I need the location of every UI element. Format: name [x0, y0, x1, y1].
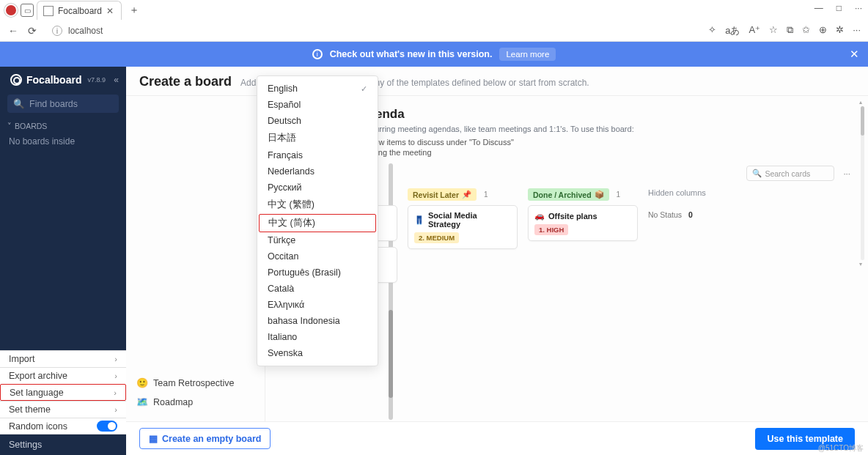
favorite-icon[interactable]: ☆: [769, 24, 778, 37]
boards-section-label: BOARDS: [15, 122, 47, 130]
main: Create a board Add a board to the sideba…: [126, 67, 868, 455]
site-info-icon[interactable]: i: [52, 26, 62, 36]
language-option[interactable]: Русский: [257, 180, 378, 196]
language-option-highlighted[interactable]: 中文 (简体): [259, 214, 376, 232]
banner-close-icon[interactable]: ✕: [850, 48, 859, 61]
chevron-right-icon: ›: [114, 371, 117, 380]
template-list[interactable]: 🙂 Team Retrospective 🗺️ Roadmap: [126, 96, 265, 421]
preview-instructions: Participants queue new items to discuss …: [301, 138, 855, 157]
language-option[interactable]: Español: [257, 97, 378, 113]
shopping-icon[interactable]: ✧: [708, 24, 716, 37]
language-option[interactable]: Nederlands: [257, 163, 378, 180]
app-body: Focalboard v7.8.9 « 🔍 Find boards ˅ BOAR…: [0, 67, 868, 455]
translate-icon[interactable]: aあ: [725, 24, 740, 37]
priority-badge: 2. MEDIUM: [414, 232, 459, 243]
priority-badge: 1. HIGH: [534, 224, 568, 235]
find-boards-input[interactable]: 🔍 Find boards: [7, 95, 119, 113]
preview-scrollbar[interactable]: ▴ ▾: [860, 106, 865, 260]
hidden-columns: Hidden columns No Status 0: [648, 188, 721, 219]
view-options-icon[interactable]: ···: [839, 169, 855, 178]
text-size-icon[interactable]: A⁺: [749, 24, 760, 37]
browser-toolbar: ← ⟳ i ✧ aあ A⁺ ☆ ⧉ ✩ ⊕ ✲ ···: [0, 21, 868, 41]
collections-icon[interactable]: ⊕: [819, 24, 827, 37]
scroll-down-icon[interactable]: ▾: [859, 261, 862, 267]
scroll-thumb[interactable]: [861, 106, 864, 136]
language-option[interactable]: Deutsch: [257, 113, 378, 129]
language-option[interactable]: Ελληνικά: [257, 297, 378, 313]
watermark: @51CTO博客: [818, 443, 864, 454]
template-team-retrospective[interactable]: 🙂 Team Retrospective: [133, 374, 257, 391]
language-option[interactable]: Svenska: [257, 345, 378, 361]
column-header[interactable]: Revisit Later 📌 1: [408, 188, 518, 201]
card-title: Social Media Strategy: [428, 211, 511, 229]
settings-language-label: Set language: [10, 388, 64, 398]
create-board-header: Create a board Add a board to the sideba…: [126, 67, 868, 96]
learn-more-button[interactable]: Learn more: [499, 48, 556, 61]
browser-tab[interactable]: Focalboard ✕: [37, 1, 122, 20]
workspaces-icon[interactable]: ▭: [21, 4, 34, 17]
address-bar[interactable]: i: [45, 23, 701, 39]
focalboard-logo-icon: [10, 74, 22, 86]
no-status-count: 0: [688, 210, 693, 219]
language-option[interactable]: 日本語: [257, 129, 378, 147]
settings-footer[interactable]: Settings: [0, 434, 126, 455]
template-label: Team Retrospective: [153, 378, 234, 388]
language-option[interactable]: Italiano: [257, 329, 378, 345]
settings-export-archive[interactable]: Export archive ›: [0, 367, 126, 384]
template-roadmap[interactable]: 🗺️ Roadmap: [133, 393, 257, 410]
language-option[interactable]: Português (Brasil): [257, 265, 378, 281]
random-icons-toggle[interactable]: [97, 421, 117, 432]
tab-favicon-icon: [43, 6, 54, 16]
browser-tabbar: ▭ Focalboard ✕ ＋: [0, 0, 868, 21]
preview-bullet: Go through items during the meeting: [301, 148, 855, 157]
plus-board-icon: ▦: [149, 433, 158, 444]
boards-section-header[interactable]: ˅ BOARDS: [0, 117, 126, 133]
no-status-row[interactable]: No Status 0: [648, 210, 721, 219]
browser-actions: ✧ aあ A⁺ ☆ ⧉ ✩ ⊕ ✲ ···: [708, 24, 861, 37]
address-input[interactable]: [68, 26, 694, 36]
template-icon: 🙂: [136, 377, 148, 388]
template-label: Roadmap: [153, 397, 193, 407]
window-maximize-icon[interactable]: □: [836, 3, 842, 13]
nav-refresh-icon[interactable]: ⟳: [26, 25, 38, 37]
extensions-icon[interactable]: ✲: [836, 24, 844, 37]
language-option[interactable]: Türkçe: [257, 232, 378, 248]
split-icon[interactable]: ⧉: [787, 24, 793, 37]
settings-import[interactable]: Import ›: [0, 350, 126, 367]
language-option[interactable]: 中文 (繁體): [257, 196, 378, 214]
card-icon: 🚗: [534, 211, 545, 221]
language-menu[interactable]: English Español Deutsch 日本語 Français Ned…: [257, 75, 378, 366]
kanban-card[interactable]: 👖Social Media Strategy 2. MEDIUM: [408, 205, 518, 249]
favorites-bar-icon[interactable]: ✩: [802, 24, 810, 37]
scroll-up-icon[interactable]: ▴: [859, 99, 862, 106]
language-option[interactable]: English: [257, 81, 378, 97]
settings-random-icons[interactable]: Random icons: [0, 418, 126, 434]
language-option[interactable]: Occitan: [257, 248, 378, 265]
announcement-banner: i Check out what's new in this version. …: [0, 42, 868, 67]
window-minimize-icon[interactable]: —: [814, 3, 823, 13]
search-cards-input[interactable]: 🔍 Search cards: [746, 166, 834, 181]
language-option[interactable]: bahasa Indonesia: [257, 313, 378, 329]
profile-avatar-icon[interactable]: [4, 4, 18, 17]
language-option[interactable]: Français: [257, 147, 378, 163]
nav-back-icon[interactable]: ←: [7, 25, 19, 37]
search-icon: 🔍: [752, 169, 762, 178]
tab-close-icon[interactable]: ✕: [106, 6, 114, 16]
window-more-icon[interactable]: ···: [855, 3, 862, 13]
kanban-card[interactable]: 🚗Offsite plans 1. HIGH: [528, 205, 638, 241]
column-count: 1: [484, 190, 488, 199]
language-option[interactable]: Català: [257, 281, 378, 297]
search-cards-placeholder: Search cards: [765, 169, 810, 178]
settings-set-language[interactable]: Set language ›: [0, 384, 126, 401]
settings-random-icons-label: Random icons: [9, 421, 67, 432]
new-tab-button[interactable]: ＋: [125, 4, 144, 17]
create-empty-board-button[interactable]: ▦ Create an empty board: [139, 428, 271, 449]
boards-empty-text: No boards inside: [0, 133, 126, 149]
menu-icon[interactable]: ···: [853, 24, 861, 37]
sidebar-collapse-icon[interactable]: «: [114, 75, 119, 85]
content-row: 🙂 Team Retrospective 🗺️ Roadmap 🍩 Meetin…: [126, 96, 868, 421]
settings-set-theme[interactable]: Set theme ›: [0, 401, 126, 418]
column-badge[interactable]: Revisit Later 📌: [408, 188, 477, 201]
column-badge[interactable]: Done / Archived 📦: [528, 188, 609, 201]
column-header[interactable]: Done / Archived 📦 1: [528, 188, 638, 201]
